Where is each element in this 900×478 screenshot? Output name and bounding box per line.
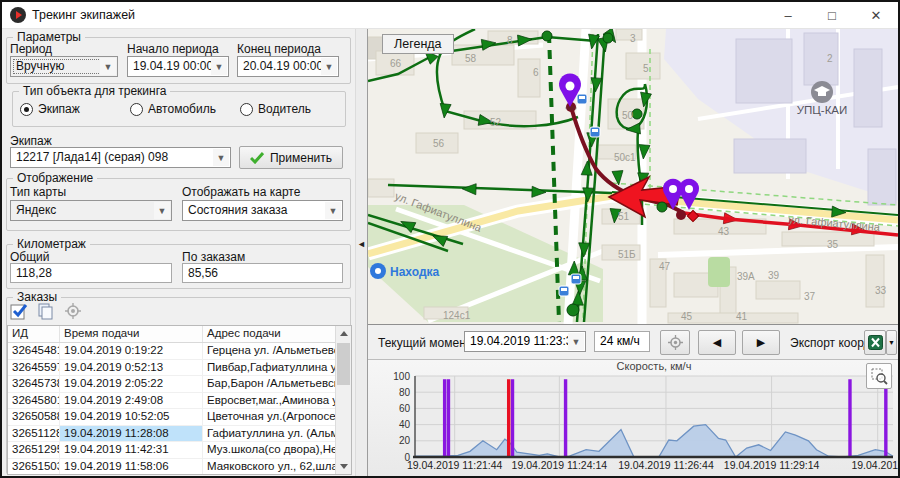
- export-excel-button[interactable]: [864, 330, 886, 355]
- map-canvas[interactable]: Легенда: [368, 29, 898, 324]
- table-row[interactable]: 3265112819.04.2019 11:28:08Гафиатуллина …: [8, 426, 351, 443]
- current-moment-select[interactable]: 19.04.2019 11:23:30▼: [464, 331, 586, 352]
- table-cell[interactable]: 19.04.2019 10:52:05: [60, 409, 203, 425]
- panel-splitter[interactable]: ◄: [355, 29, 368, 476]
- chevron-down-icon[interactable]: ▼: [100, 58, 116, 75]
- table-cell[interactable]: Маяковского ул., 62,шлагб: [203, 459, 351, 475]
- table-cell[interactable]: Гафиатуллина ул. (Альмет: [203, 426, 351, 442]
- table-cell[interactable]: 32645801: [8, 393, 60, 409]
- legend-button[interactable]: Легенда: [382, 34, 454, 54]
- table-cell[interactable]: 32645597: [8, 360, 60, 376]
- table-cell[interactable]: Евросвет,маг.,Аминова ул: [203, 393, 351, 409]
- chevron-down-icon[interactable]: ▼: [321, 58, 337, 75]
- table-row[interactable]: 3264559719.04.2019 0:52:13Пивбар,Гафиату…: [8, 360, 351, 377]
- speed-value: 24 км/ч: [594, 331, 650, 352]
- upc-kai-icon: [811, 81, 833, 103]
- minimize-button[interactable]: –: [766, 2, 810, 29]
- scroll-down-button[interactable]: [336, 459, 351, 474]
- track-arrowhead: [462, 183, 476, 194]
- export-menu-button[interactable]: ▼: [886, 330, 897, 355]
- period-select[interactable]: Вручную▼: [10, 56, 118, 77]
- col-address[interactable]: Адрес подачи: [203, 326, 351, 342]
- step-forward-button[interactable]: ▶: [742, 330, 780, 355]
- radio-driver[interactable]: Водитель: [240, 102, 311, 116]
- table-cell[interactable]: 19.04.2019 11:58:06: [60, 459, 203, 475]
- period-start-input[interactable]: 19.04.19 00:00▼: [127, 56, 229, 77]
- table-cell[interactable]: 32650588: [8, 409, 60, 425]
- table-cell[interactable]: 32645481: [8, 343, 60, 359]
- table-cell[interactable]: 19.04.2019 0:19:22: [60, 343, 203, 359]
- radio-car[interactable]: Автомобиль: [130, 102, 216, 116]
- chevron-down-icon[interactable]: ▼: [211, 58, 227, 75]
- table-cell[interactable]: 19.04.2019 2:05:22: [60, 376, 203, 392]
- locate-button[interactable]: [660, 330, 690, 355]
- period-end-label: Конец периода: [237, 42, 321, 56]
- orders-table-header: ИД Время подачи Адрес подачи: [8, 326, 351, 343]
- svg-text:60: 60: [399, 403, 411, 414]
- table-cell[interactable]: Бар,Барон /Альметьевск/: [203, 376, 351, 392]
- table-row[interactable]: 3264548119.04.2019 0:19:22Герцена ул. /А…: [8, 343, 351, 360]
- table-row[interactable]: 3265129519.04.2019 11:42:31Муз.школа(со …: [8, 442, 351, 459]
- table-cell[interactable]: 32651128: [8, 426, 60, 442]
- collapse-panel-arrow[interactable]: ◄: [357, 239, 366, 249]
- table-cell[interactable]: 19.04.2019 2:49:08: [60, 393, 203, 409]
- event-marker: [564, 379, 567, 457]
- select-orders-icon[interactable]: [10, 303, 28, 320]
- scroll-up-button[interactable]: [336, 326, 351, 341]
- table-cell[interactable]: 32651295: [8, 442, 60, 458]
- radio-icon: [240, 103, 253, 116]
- table-cell[interactable]: 19.04.2019 11:42:31: [60, 442, 203, 458]
- poi-label-nakhodka: Находка: [390, 265, 440, 279]
- crosshair-icon: [668, 335, 683, 350]
- building-number: 3: [630, 33, 636, 44]
- mileage-total-input[interactable]: 118,28: [10, 263, 172, 283]
- table-cell[interactable]: Муз.школа(со двора),Нефт: [203, 442, 351, 458]
- table-row[interactable]: 3264580119.04.2019 2:49:08Евросвет,маг.,…: [8, 393, 351, 410]
- copy-icon[interactable]: [37, 303, 55, 320]
- building-number: 51: [618, 211, 630, 222]
- building-number: 8: [507, 35, 513, 46]
- map-type-select[interactable]: Яндекс▼: [10, 200, 172, 221]
- building-number: 45: [681, 311, 693, 322]
- titlebar: Трекинг экипажей – □ ✕: [2, 2, 898, 29]
- chevron-down-icon[interactable]: ▼: [154, 202, 170, 219]
- table-cell[interactable]: 32645738: [8, 376, 60, 392]
- chevron-down-icon[interactable]: ▼: [325, 202, 341, 219]
- chart-zoom-button[interactable]: [866, 363, 892, 389]
- table-cell[interactable]: 32651503: [8, 459, 60, 475]
- crew-select[interactable]: 12217 [Лада14] (серая) 098▼: [10, 147, 231, 168]
- table-row[interactable]: 3264573819.04.2019 2:05:22Бар,Барон /Аль…: [8, 376, 351, 393]
- table-row[interactable]: 3265058819.04.2019 10:52:05Цветочная ул.…: [8, 409, 351, 426]
- apply-button[interactable]: Применить: [239, 146, 343, 169]
- building-number: 39: [768, 270, 780, 281]
- close-button[interactable]: ✕: [854, 2, 898, 29]
- table-cell[interactable]: 19.04.2019 0:52:13: [60, 360, 203, 376]
- show-on-map-select[interactable]: Состояния заказа▼: [182, 200, 343, 221]
- orders-scrollbar[interactable]: [335, 326, 351, 474]
- step-back-button[interactable]: ◀: [698, 330, 736, 355]
- building-number: 5: [643, 63, 649, 74]
- maximize-button[interactable]: □: [810, 2, 854, 29]
- period-end-input[interactable]: 20.04.19 00:00▼: [237, 56, 339, 77]
- table-cell[interactable]: Герцена ул. /Альметьевск,: [203, 343, 351, 359]
- chevron-down-icon[interactable]: ▼: [568, 333, 584, 350]
- event-marker: [447, 379, 450, 457]
- svg-text:19.04.2019 11:26:44: 19.04.2019 11:26:44: [618, 459, 714, 471]
- table-cell[interactable]: Цветочная ул.(Агропоселс: [203, 409, 351, 425]
- chevron-down-icon[interactable]: ▼: [213, 149, 229, 166]
- radio-crew[interactable]: Экипаж: [20, 102, 80, 116]
- event-marker: [848, 379, 851, 457]
- locate-order-icon[interactable]: [64, 303, 82, 320]
- table-row[interactable]: 3265150319.04.2019 11:58:06Маяковского у…: [8, 459, 351, 476]
- event-marker: [884, 379, 887, 457]
- col-id[interactable]: ИД: [8, 326, 60, 342]
- table-cell[interactable]: 19.04.2019 11:28:08: [60, 426, 203, 442]
- mileage-orders-input[interactable]: 85,56: [182, 263, 343, 283]
- mileage-orders-label: По заказам: [182, 250, 245, 264]
- building-number: 52: [490, 117, 502, 128]
- table-cell[interactable]: Пивбар,Гафиатуллина ул.: [203, 360, 351, 376]
- magnifier-icon: [871, 368, 888, 385]
- playback-bar: Текущий момент 19.04.2019 11:23:30▼ 24 к…: [368, 324, 898, 360]
- col-time[interactable]: Время подачи: [60, 326, 203, 342]
- scrollbar-thumb[interactable]: [337, 343, 350, 385]
